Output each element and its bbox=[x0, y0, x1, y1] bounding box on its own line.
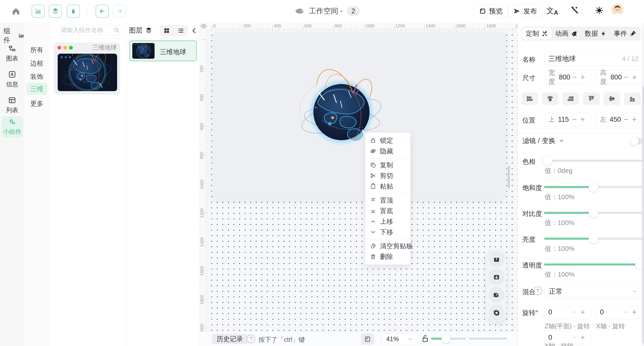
menu-item-delete[interactable]: 删除 bbox=[365, 251, 410, 262]
name-input[interactable]: 三维地球 4 / 12 bbox=[544, 52, 643, 66]
plus-button[interactable]: + bbox=[578, 73, 587, 81]
position-left-stepper[interactable]: 左 450 − + bbox=[596, 113, 643, 126]
detail-panel-button[interactable] bbox=[361, 333, 374, 345]
category-all[interactable]: 所有 bbox=[26, 44, 47, 56]
slider-thumb[interactable] bbox=[589, 234, 598, 243]
sidebar-item-widgets[interactable]: 小组件 bbox=[2, 116, 23, 138]
sidebar-item-list[interactable]: 列表 bbox=[2, 95, 23, 116]
width-stepper[interactable]: 宽度 800 − + bbox=[544, 70, 591, 84]
category-decoration[interactable]: 装饰 bbox=[26, 71, 47, 83]
menu-item-copy[interactable]: 复制 bbox=[365, 160, 410, 170]
menu-item-move-down[interactable]: 下移 bbox=[365, 227, 410, 237]
chart-panel-button[interactable] bbox=[32, 5, 45, 18]
workspace-badge[interactable]: 2 bbox=[347, 6, 360, 16]
help-icon[interactable]: ? bbox=[247, 335, 255, 343]
height-stepper[interactable]: 高度 800 − + bbox=[596, 70, 643, 84]
category-more[interactable]: 更多 bbox=[26, 97, 47, 110]
component-rail: 组件 图表 信息 列表 小组件 bbox=[0, 22, 24, 346]
settings-button[interactable] bbox=[488, 305, 505, 321]
menu-item-bring-to-front[interactable]: 置顶 bbox=[365, 195, 410, 206]
minus-button[interactable]: − bbox=[570, 308, 579, 316]
avatar[interactable] bbox=[611, 4, 624, 16]
minus-button[interactable]: − bbox=[622, 115, 630, 124]
align-center-vertical-button[interactable] bbox=[604, 92, 620, 105]
menu-item-hide[interactable]: 隐藏 bbox=[365, 146, 410, 156]
rotate-z-stepper[interactable]: 0 − + bbox=[544, 305, 591, 319]
rotate-x-stepper[interactable]: 0 − + bbox=[596, 305, 643, 319]
unlock-icon[interactable] bbox=[421, 334, 429, 343]
canvas-area[interactable]: 0 200 400 600 800 1000 1200 1400 1600 18… bbox=[200, 22, 518, 346]
align-right-button[interactable] bbox=[562, 92, 579, 105]
inspector-scrollbar[interactable] bbox=[642, 22, 644, 346]
blend-help-icon[interactable]: ? bbox=[533, 287, 542, 295]
tab-animation[interactable]: 动画 bbox=[552, 28, 581, 39]
menu-item-paste[interactable]: 粘贴 bbox=[365, 181, 410, 192]
opacity-slider[interactable] bbox=[544, 263, 643, 266]
minus-button[interactable]: − bbox=[622, 73, 630, 81]
align-left-button[interactable] bbox=[521, 92, 538, 105]
layers-panel-button[interactable] bbox=[49, 5, 62, 18]
filter-section-header[interactable]: 滤镜 / 变换 bbox=[522, 136, 565, 145]
grid-view-button[interactable] bbox=[160, 25, 174, 36]
slider-thumb[interactable] bbox=[589, 208, 598, 218]
minus-button[interactable]: − bbox=[570, 73, 579, 81]
theme-panel-button[interactable] bbox=[67, 5, 80, 18]
publish-button[interactable]: 发布 bbox=[508, 5, 542, 18]
layer-item-3d-earth[interactable]: 三维地球 bbox=[130, 40, 197, 61]
list-view-button[interactable] bbox=[174, 25, 188, 36]
canvas-scrollbar[interactable] bbox=[508, 166, 510, 188]
brightness-slider[interactable] bbox=[544, 238, 643, 240]
tab-data[interactable]: 数据 bbox=[581, 28, 610, 39]
ruler-visibility-eye-icon[interactable] bbox=[200, 23, 207, 29]
translate-icon[interactable]: 文A bbox=[546, 6, 558, 16]
export-button[interactable] bbox=[488, 251, 505, 267]
plus-button[interactable]: + bbox=[630, 308, 638, 316]
home-icon[interactable] bbox=[12, 7, 20, 16]
tab-events[interactable]: 事件 bbox=[610, 28, 640, 39]
preview-button[interactable]: 预览 bbox=[474, 5, 508, 18]
edit-button[interactable] bbox=[488, 287, 505, 303]
menu-item-move-up[interactable]: 上移 bbox=[365, 216, 410, 227]
slider-thumb[interactable] bbox=[589, 182, 598, 192]
plus-button[interactable]: + bbox=[630, 115, 638, 124]
align-bottom-button[interactable] bbox=[624, 92, 641, 105]
zoom-slider[interactable] bbox=[431, 338, 507, 340]
menu-item-clear-clipboard[interactable]: 清空剪贴板 bbox=[365, 241, 410, 251]
menu-item-lock[interactable]: 锁定 bbox=[365, 135, 410, 146]
zoom-slider-thumb[interactable] bbox=[441, 334, 450, 343]
search-input[interactable]: 请输入组件名称 bbox=[56, 25, 124, 35]
minus-button[interactable]: − bbox=[570, 333, 579, 341]
minus-button[interactable]: − bbox=[622, 308, 630, 316]
slider-thumb[interactable] bbox=[543, 156, 552, 166]
theme-sun-icon[interactable] bbox=[595, 6, 604, 15]
plus-button[interactable]: + bbox=[578, 308, 587, 316]
align-center-horizontal-button[interactable] bbox=[542, 92, 559, 105]
magic-wand-icon[interactable] bbox=[571, 6, 579, 15]
category-3d[interactable]: 三维 bbox=[26, 83, 47, 95]
sidebar-item-info[interactable]: 信息 bbox=[2, 69, 23, 90]
saturation-slider[interactable] bbox=[544, 186, 643, 188]
plus-button[interactable]: + bbox=[578, 115, 587, 124]
filter-toggle[interactable] bbox=[631, 138, 643, 144]
collapse-panel-icon[interactable] bbox=[191, 27, 198, 34]
redo-button[interactable] bbox=[113, 5, 126, 18]
undo-button[interactable] bbox=[96, 5, 109, 18]
hue-slider[interactable] bbox=[544, 160, 643, 162]
zoom-select[interactable]: 41% bbox=[381, 333, 418, 345]
plus-button[interactable]: + bbox=[630, 73, 638, 81]
menu-item-send-to-back[interactable]: 置底 bbox=[365, 206, 410, 216]
import-button[interactable] bbox=[488, 269, 505, 285]
tab-customize[interactable]: 定制 bbox=[522, 28, 552, 39]
sidebar-item-charts[interactable]: 图表 bbox=[2, 43, 23, 64]
minus-button[interactable]: − bbox=[570, 115, 579, 124]
align-top-button[interactable] bbox=[583, 92, 600, 105]
menu-item-cut[interactable]: 剪切 bbox=[365, 170, 410, 181]
plus-button[interactable]: + bbox=[578, 333, 587, 341]
category-border[interactable]: 边框 bbox=[26, 57, 47, 69]
position-top-stepper[interactable]: 上 115 − + bbox=[544, 113, 591, 126]
component-card-3d-earth[interactable]: 三维地球 bbox=[54, 43, 120, 94]
scrollbar-thumb[interactable] bbox=[642, 86, 644, 344]
contrast-slider[interactable] bbox=[544, 212, 643, 214]
history-button[interactable]: 历史记录 bbox=[212, 334, 247, 344]
blend-select[interactable]: 正常 bbox=[544, 284, 643, 298]
